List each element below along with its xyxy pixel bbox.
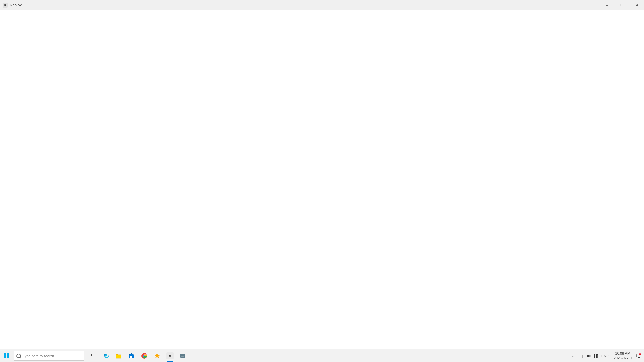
title-bar-left: R Roblox bbox=[0, 3, 22, 8]
taskbar: Type here to search bbox=[0, 349, 644, 362]
bookmarks-icon bbox=[154, 352, 161, 359]
svg-marker-8 bbox=[155, 353, 160, 358]
edge-icon bbox=[102, 352, 109, 359]
taskbar-app-misc[interactable] bbox=[176, 349, 189, 362]
taskbar-app-chrome[interactable] bbox=[138, 349, 151, 362]
task-view-icon bbox=[89, 354, 94, 358]
taskbar-apps: R bbox=[98, 349, 569, 362]
title-bar-title: Roblox bbox=[10, 3, 22, 7]
svg-rect-17 bbox=[582, 355, 583, 358]
svg-text:R: R bbox=[169, 355, 171, 358]
svg-rect-15 bbox=[581, 356, 581, 358]
svg-point-24 bbox=[639, 353, 641, 355]
main-content bbox=[0, 10, 644, 349]
taskbar-app-store[interactable] bbox=[125, 349, 138, 362]
roblox-icon: R bbox=[166, 352, 174, 359]
title-bar: R Roblox – ❐ ✕ bbox=[0, 0, 644, 10]
tray-icons bbox=[578, 349, 599, 362]
svg-rect-19 bbox=[594, 354, 595, 356]
search-placeholder: Type here to search bbox=[23, 354, 54, 358]
chrome-icon bbox=[141, 352, 148, 359]
show-hidden-icons-button[interactable]: ∧ bbox=[569, 349, 577, 362]
taskbar-app-bookmarks[interactable] bbox=[151, 349, 164, 362]
svg-rect-0 bbox=[4, 353, 6, 356]
action-center-icon[interactable] bbox=[592, 349, 599, 362]
language-indicator[interactable]: ENG bbox=[600, 349, 611, 362]
svg-rect-1 bbox=[7, 353, 9, 356]
svg-rect-2 bbox=[4, 356, 6, 358]
svg-rect-21 bbox=[594, 356, 595, 358]
minimize-button[interactable]: – bbox=[600, 0, 614, 10]
restore-button[interactable]: ❐ bbox=[614, 0, 629, 10]
svg-rect-12 bbox=[181, 355, 185, 355]
system-clock[interactable]: 10:08 AM 2020-07-10 bbox=[612, 349, 634, 362]
clock-date: 2020-07-10 bbox=[614, 356, 632, 360]
notification-button[interactable] bbox=[635, 349, 643, 362]
svg-rect-20 bbox=[596, 354, 598, 356]
roblox-app-icon: R bbox=[3, 3, 8, 8]
title-bar-controls: – ❐ ✕ bbox=[600, 0, 644, 10]
svg-rect-16 bbox=[582, 356, 582, 358]
close-button[interactable]: ✕ bbox=[629, 0, 644, 10]
svg-marker-18 bbox=[587, 354, 589, 357]
taskbar-app-file-explorer[interactable] bbox=[112, 349, 125, 362]
system-tray: ∧ bbox=[569, 349, 644, 362]
taskbar-app-roblox[interactable]: R bbox=[164, 349, 176, 362]
search-icon bbox=[16, 354, 21, 358]
taskbar-app-edge[interactable] bbox=[99, 349, 112, 362]
volume-icon[interactable] bbox=[585, 349, 592, 362]
windows-logo-icon bbox=[4, 353, 9, 358]
svg-rect-4 bbox=[116, 355, 121, 358]
store-icon bbox=[128, 352, 135, 359]
svg-rect-13 bbox=[181, 356, 184, 357]
taskbar-app-task-view[interactable] bbox=[85, 349, 98, 362]
svg-rect-14 bbox=[580, 357, 580, 358]
taskbar-search[interactable]: Type here to search bbox=[14, 351, 84, 361]
start-button[interactable] bbox=[0, 349, 13, 362]
svg-rect-3 bbox=[7, 356, 9, 358]
misc-app-icon bbox=[179, 352, 186, 359]
svg-rect-22 bbox=[596, 356, 598, 358]
network-icon[interactable] bbox=[578, 349, 585, 362]
file-explorer-icon bbox=[115, 352, 122, 359]
clock-time: 10:08 AM bbox=[615, 351, 630, 356]
